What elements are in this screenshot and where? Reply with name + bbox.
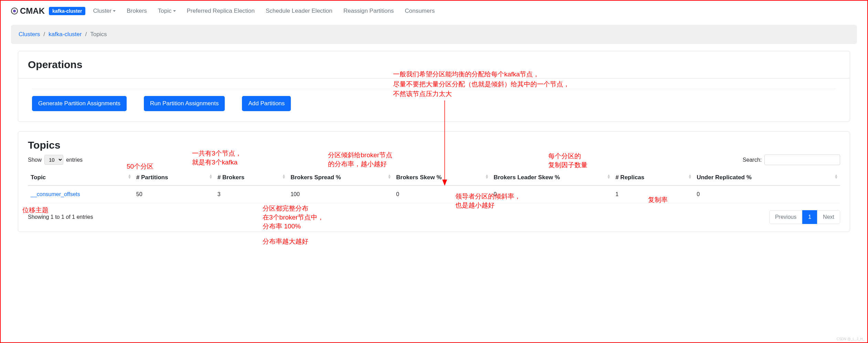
nav-brokers[interactable]: Brokers xyxy=(123,5,150,17)
nav-preferred[interactable]: Preferred Replica Election xyxy=(183,5,258,17)
caret-icon xyxy=(173,10,176,12)
next-button[interactable]: Next xyxy=(817,210,840,224)
th-partitions[interactable]: # Partitions▲▼ xyxy=(134,170,215,185)
topics-table: Topic▲▼ # Partitions▲▼ # Brokers▲▼ Broke… xyxy=(28,170,840,203)
table-info: Showing 1 to 1 of 1 entries xyxy=(28,214,93,220)
nav-schedule[interactable]: Schedule Leader Election xyxy=(262,5,336,17)
cell-under: 0 xyxy=(694,185,840,203)
breadcrumb-container: Clusters / kafka-cluster / Topics xyxy=(11,25,857,44)
pagination: Previous 1 Next xyxy=(769,210,840,224)
th-leader-skew[interactable]: Brokers Leader Skew %▲▼ xyxy=(491,170,613,185)
sort-icon: ▲▼ xyxy=(388,174,391,179)
search-input[interactable] xyxy=(764,154,840,165)
nav-consumers[interactable]: Consumers xyxy=(401,5,438,17)
brand-text: CMAK xyxy=(20,6,45,16)
cell-brokers: 3 xyxy=(215,185,288,203)
th-brokers[interactable]: # Brokers▲▼ xyxy=(215,170,288,185)
cell-partitions: 50 xyxy=(134,185,215,203)
annotation-under: 复制率 xyxy=(648,195,668,204)
breadcrumb-sep: / xyxy=(43,31,45,38)
sort-icon: ▲▼ xyxy=(209,174,213,179)
entries-select[interactable]: 10 xyxy=(44,155,63,165)
navbar: CMAK kafka-cluster Cluster Brokers Topic… xyxy=(1,1,867,21)
brand-logo[interactable]: CMAK xyxy=(11,6,45,16)
nav-topic[interactable]: Topic xyxy=(155,5,179,17)
topics-card: Topics Show 10 entries Search: Topic▲▼ #… xyxy=(18,131,850,232)
annotation-offset: 位移主题 xyxy=(22,206,49,215)
caret-icon xyxy=(113,10,116,12)
sort-icon: ▲▼ xyxy=(282,174,286,179)
topics-title: Topics xyxy=(28,139,840,151)
breadcrumb-clusters[interactable]: Clusters xyxy=(19,31,40,38)
annotation-partitions: 50个分区 xyxy=(127,162,154,171)
sort-icon: ▲▼ xyxy=(128,174,131,179)
search-label: Search: xyxy=(743,157,762,163)
breadcrumb-sep: / xyxy=(85,31,87,38)
add-button[interactable]: Add Partitions xyxy=(242,96,291,111)
annotation-skew: 分区倾斜给broker节点的分布率，越小越好 xyxy=(328,151,392,169)
table-row: __consumer_offsets 50 3 100 0 0 1 0 xyxy=(28,185,840,203)
cell-spread: 100 xyxy=(288,185,393,203)
watermark: CSDN @_L_J_H_ xyxy=(837,337,865,341)
topic-link[interactable]: __consumer_offsets xyxy=(31,191,80,197)
nav-cluster[interactable]: Cluster xyxy=(89,5,119,17)
generate-button[interactable]: Generate Partition Assignments xyxy=(32,96,127,111)
logo-icon xyxy=(11,8,18,14)
annotation-top: 一般我们希望分区能均衡的分配给每个kafka节点， 尽量不要把大量分区分配（也就… xyxy=(393,69,570,99)
th-replicas[interactable]: # Replicas▲▼ xyxy=(613,170,694,185)
run-button[interactable]: Run Partition Assignments xyxy=(144,96,225,111)
show-entries: Show 10 entries xyxy=(28,155,83,165)
annotation-leader: 领导者分区的倾斜率，也是越小越好 xyxy=(455,192,521,210)
annotation-replicas: 每个分区的复制因子数量 xyxy=(548,152,588,170)
th-topic[interactable]: Topic▲▼ xyxy=(28,170,134,185)
page-1-button[interactable]: 1 xyxy=(802,210,817,224)
breadcrumb: Clusters / kafka-cluster / Topics xyxy=(19,31,849,38)
svg-marker-1 xyxy=(442,180,447,186)
sort-icon: ▲▼ xyxy=(834,174,838,179)
th-under[interactable]: Under Replicated %▲▼ xyxy=(694,170,840,185)
arrow-icon xyxy=(440,100,450,186)
nav-reassign[interactable]: Reassign Partitions xyxy=(340,5,397,17)
prev-button[interactable]: Previous xyxy=(769,210,802,224)
breadcrumb-cluster[interactable]: kafka-cluster xyxy=(49,31,82,38)
sort-icon: ▲▼ xyxy=(485,174,489,179)
annotation-brokers: 一共有3个节点，就是有3个kafka xyxy=(192,149,242,167)
th-spread[interactable]: Brokers Spread %▲▼ xyxy=(288,170,393,185)
sort-icon: ▲▼ xyxy=(688,174,692,179)
cluster-badge[interactable]: kafka-cluster xyxy=(49,7,85,15)
annotation-spread: 分区都完整分布在3个broker节点中，分布率 100% 分布率越大越好 xyxy=(263,204,324,246)
breadcrumb-current: Topics xyxy=(90,31,107,38)
sort-icon: ▲▼ xyxy=(607,174,611,179)
